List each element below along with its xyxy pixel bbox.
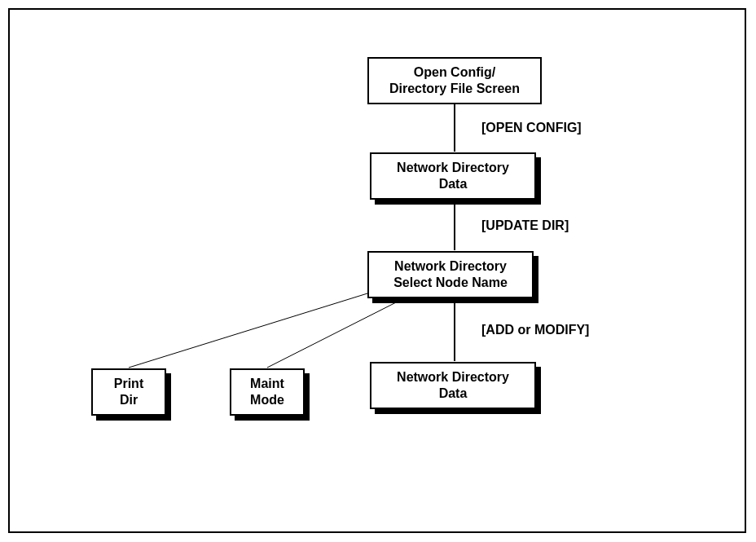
diagram-page: Open Config/ Directory File Screen Netwo…	[0, 0, 756, 542]
net-dir-data-2-line1: Network Directory	[397, 370, 509, 384]
net-dir-select-line2: Select Node Name	[393, 275, 508, 289]
box-print-dir: Print Dir	[91, 368, 166, 416]
box-open-config-line2: Directory File Screen	[389, 82, 520, 95]
net-dir-data-1-line1: Network Directory	[397, 161, 509, 174]
box-network-directory-data-bottom: Network Directory Data	[370, 362, 536, 409]
maint-mode-line2: Mode	[250, 393, 284, 407]
net-dir-data-1-line2: Data	[439, 177, 468, 191]
edge-label-open-config: [OPEN CONFIG]	[481, 121, 582, 135]
net-dir-data-2-line2: Data	[439, 386, 468, 400]
box-open-config-line1: Open Config/	[414, 65, 495, 79]
net-dir-select-line1: Network Directory	[394, 259, 507, 273]
box-maint-mode: Maint Mode	[230, 368, 305, 416]
edge-label-add-or-modify: [ADD or MODIFY]	[481, 323, 589, 337]
edge-label-update-dir: [UPDATE DIR]	[481, 218, 569, 233]
box-open-config-directory-file-screen: Open Config/ Directory File Screen	[367, 57, 542, 104]
box-network-directory-data-top: Network Directory Data	[370, 152, 536, 200]
print-dir-line1: Print	[114, 377, 143, 390]
maint-mode-line1: Maint	[250, 377, 284, 390]
print-dir-line2: Dir	[120, 393, 138, 407]
box-network-directory-select-node-name: Network Directory Select Node Name	[367, 251, 534, 298]
